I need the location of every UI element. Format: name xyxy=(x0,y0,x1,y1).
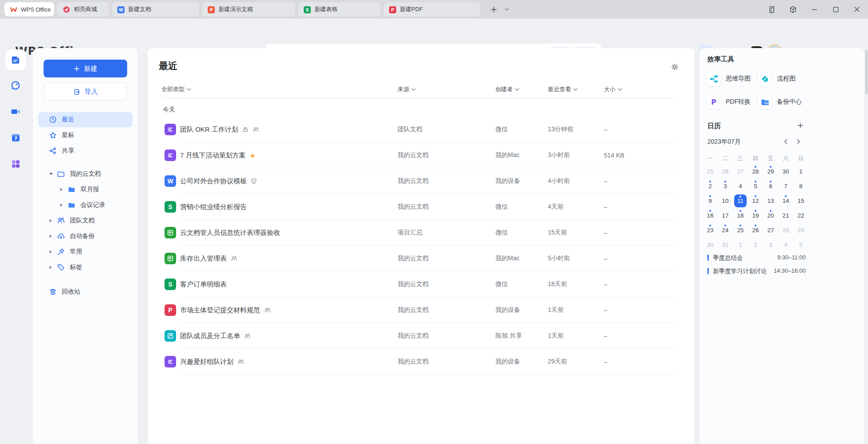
file-row[interactable]: 7 月线下活动策划方案★我的云文档我的Mac3小时前514 KB xyxy=(148,142,695,168)
caret-down-icon[interactable] xyxy=(49,172,57,176)
tab-docer[interactable]: 稻壳商城 xyxy=(57,2,109,16)
calendar-day[interactable]: 12 xyxy=(748,194,763,209)
tab-pdfdoc[interactable]: P新建PDF xyxy=(384,2,480,16)
calendar-day[interactable]: 22 xyxy=(793,209,808,223)
rail-calendar-button[interactable]: 7 xyxy=(0,133,31,143)
tool-backup[interactable]: 备份中心 xyxy=(757,94,802,109)
maximize-button[interactable] xyxy=(831,4,840,14)
file-row[interactable]: W公司对外合作协议模板我的云文档我的设备4小时前– xyxy=(148,168,695,194)
mobile-button[interactable] xyxy=(767,4,776,14)
calendar-day[interactable]: 28 xyxy=(748,165,763,179)
sidebar-item-clock[interactable]: 最近 xyxy=(38,112,133,127)
file-row[interactable]: 团队 OKR 工作计划团队文档微信13分钟前– xyxy=(148,117,695,142)
rail-apps-button[interactable] xyxy=(0,159,31,169)
file-row[interactable]: 库存出入管理表我的云文档我的Mac5小时前– xyxy=(148,246,695,271)
filter-size[interactable]: 大小 xyxy=(604,85,622,93)
filter-viewed[interactable]: 最近查看 xyxy=(548,85,578,93)
tool-flowchart[interactable]: 流程图 xyxy=(757,71,796,86)
caret-right-icon[interactable] xyxy=(49,250,57,254)
list-settings-button[interactable] xyxy=(671,63,679,71)
calendar-day-selected[interactable]: 11 xyxy=(733,194,748,209)
tab-wps[interactable]: WPS Office xyxy=(4,2,54,16)
calendar-day[interactable]: 8 xyxy=(793,179,808,194)
tab-ppt[interactable]: P新建演示文稿 xyxy=(202,2,295,16)
sidebar-item-pin[interactable]: 常用 xyxy=(38,244,133,259)
caret-right-icon[interactable] xyxy=(49,234,57,238)
tab-list-chevron[interactable] xyxy=(502,5,511,14)
rail-meeting-button[interactable] xyxy=(0,106,31,117)
filter-type[interactable]: 全部类型 xyxy=(161,85,191,93)
calendar-day[interactable]: 24 xyxy=(718,223,733,238)
calendar-day[interactable]: 20 xyxy=(763,209,778,223)
caret-right-icon[interactable] xyxy=(60,203,68,207)
sidebar-item-cloud-up[interactable]: 自动备份 xyxy=(38,229,133,244)
calendar-day[interactable]: 1 xyxy=(793,165,808,179)
caret-right-icon[interactable] xyxy=(49,218,57,223)
sidebar-item-trash[interactable]: 回收站 xyxy=(38,284,133,299)
filter-creator[interactable]: 创建者 xyxy=(495,85,519,93)
calendar-day[interactable]: 14 xyxy=(778,194,793,209)
calendar-day[interactable]: 2 xyxy=(703,179,718,194)
sidebar-item-folder-fill[interactable]: 双月报 xyxy=(38,182,133,197)
file-row[interactable]: 云文档管人员信息统计表理器验收项目汇总微信15天前– xyxy=(148,220,695,246)
workspace-button[interactable] xyxy=(788,4,798,14)
add-event-button[interactable] xyxy=(797,122,804,129)
file-row[interactable]: 兴趣爱好组队计划我的云文档我的设备29天前– xyxy=(148,349,695,375)
calendar-day[interactable]: 25 xyxy=(733,223,748,238)
new-button[interactable]: 新建 xyxy=(44,60,127,77)
calendar-day[interactable]: 7 xyxy=(778,179,793,194)
calendar-day[interactable]: 26 xyxy=(718,165,733,179)
calendar-day[interactable]: 23 xyxy=(703,223,718,238)
close-button[interactable] xyxy=(852,4,862,14)
calendar-event[interactable]: 新季度学习计划讨论14:30–16:00 xyxy=(699,264,864,278)
rail-chat-button[interactable] xyxy=(0,80,31,91)
filter-source[interactable]: 来源 xyxy=(398,85,416,93)
calendar-day[interactable]: 4 xyxy=(733,179,748,194)
minimize-button[interactable] xyxy=(809,4,819,14)
calendar-day[interactable]: 27 xyxy=(733,165,748,179)
sidebar-item-people[interactable]: 团队文档 xyxy=(38,213,133,228)
rail-docs-button[interactable] xyxy=(0,49,31,70)
calendar-day[interactable]: 10 xyxy=(718,194,733,209)
calendar-day[interactable]: 27 xyxy=(763,223,778,238)
calendar-day[interactable]: 25 xyxy=(703,165,718,179)
calendar-day[interactable]: 26 xyxy=(748,223,763,238)
calendar-day[interactable]: 29 xyxy=(763,165,778,179)
sidebar-item-tag[interactable]: 标签 xyxy=(38,260,133,275)
sidebar-item-folder-outline[interactable]: 我的云文档 xyxy=(38,166,133,182)
calendar-day[interactable]: 18 xyxy=(733,209,748,223)
tab-sheet[interactable]: S新建表格 xyxy=(298,2,381,16)
file-row[interactable]: S客户订单明细表我的云文档微信18天前– xyxy=(148,271,695,297)
new-tab-button[interactable] xyxy=(488,4,499,15)
import-button[interactable]: 导入 xyxy=(44,83,127,101)
tool-pdf-convert[interactable]: PPDF转换 xyxy=(706,94,751,109)
calendar-day[interactable]: 3 xyxy=(718,179,733,194)
folder-outline-icon xyxy=(57,170,65,178)
tab-writer[interactable]: W新建文档 xyxy=(112,2,199,16)
calendar-day[interactable]: 30 xyxy=(778,165,793,179)
scrollbar[interactable] xyxy=(865,50,868,94)
calendar-day[interactable]: 19 xyxy=(748,209,763,223)
calendar-prev-button[interactable] xyxy=(784,139,788,144)
sidebar-item-share[interactable]: 共享 xyxy=(38,143,133,158)
calendar-day[interactable]: 21 xyxy=(778,209,793,223)
file-row[interactable]: S营销小组业绩分析报告我的云文档微信4天前– xyxy=(148,194,695,220)
calendar-day[interactable]: 6 xyxy=(763,179,778,194)
file-row[interactable]: 团队成员及分工名单我的云文档陈旭 共享1天前– xyxy=(148,323,695,349)
tool-mindmap[interactable]: 思维导图 xyxy=(706,71,751,86)
calendar-day[interactable]: 9 xyxy=(703,194,718,209)
calendar-day[interactable]: 29 xyxy=(793,223,808,238)
calendar-day[interactable]: 16 xyxy=(703,209,718,223)
calendar-event[interactable]: 季度总结会9:30–11:00 xyxy=(699,251,864,264)
file-row[interactable]: P市场主体登记提交材料规范我的云文档我的设备1天前– xyxy=(148,297,695,323)
caret-right-icon[interactable] xyxy=(60,187,68,192)
caret-right-icon[interactable] xyxy=(49,265,57,270)
sidebar-item-star[interactable]: 星标 xyxy=(38,128,133,143)
calendar-day[interactable]: 15 xyxy=(793,194,808,209)
sidebar-item-folder-fill[interactable]: 会议记录 xyxy=(38,198,133,213)
calendar-day[interactable]: 17 xyxy=(718,209,733,223)
calendar-next-button[interactable] xyxy=(797,139,800,144)
calendar-day[interactable]: 28 xyxy=(778,223,793,238)
calendar-day[interactable]: 13 xyxy=(763,194,778,209)
calendar-day[interactable]: 5 xyxy=(748,179,763,194)
